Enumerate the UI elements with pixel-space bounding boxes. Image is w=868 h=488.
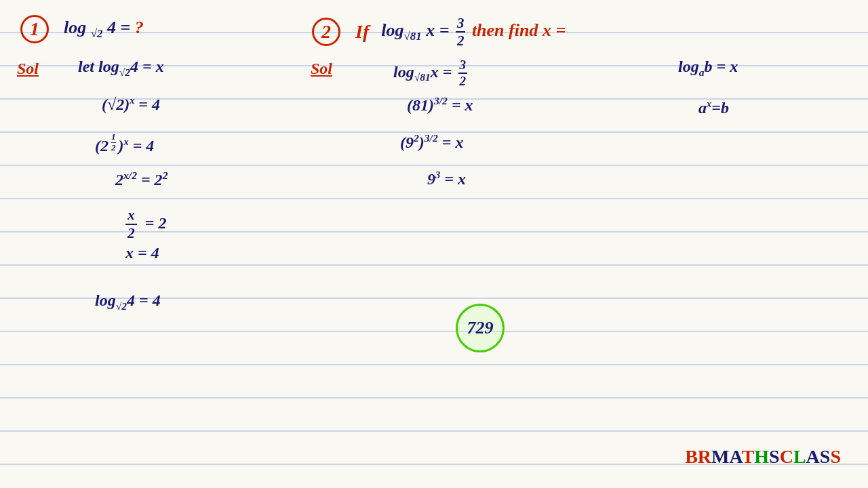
sol1-line3: (2 1 2 )x = 4: [95, 132, 154, 155]
problem1-statement: log √2 4 = ?: [64, 18, 144, 41]
answer-729: 729: [467, 318, 494, 338]
problem1-header: 1 log √2 4 = ?: [20, 15, 144, 43]
main-content: 1 log √2 4 = ? 2 If log√81 x = 3 2 then …: [0, 0, 868, 488]
problem2-header: 2 If log√81 x = 3 2 then find x =: [312, 15, 566, 49]
problem2-if: If: [355, 21, 369, 43]
sol1-line5: x 2 = 2: [125, 207, 166, 242]
sol2-line3: (92)3/2 = x: [400, 132, 463, 152]
reference-logab: logab = x: [678, 58, 738, 79]
sol1-line4: 2x/2 = 22: [115, 169, 167, 189]
sol1-line2: (√2)x = 4: [102, 95, 160, 114]
reference-axb: ax=b: [698, 98, 729, 117]
sol2-line2: (81)3/2 = x: [407, 95, 473, 115]
branding-logo: BRMATHSCLASS: [685, 446, 841, 468]
sol2-line1: log√81x = 3 2: [393, 58, 469, 89]
sol1-final: log√24 = 4: [95, 291, 161, 312]
problem2-number: 2: [312, 18, 340, 46]
sol1-label: Sol: [17, 60, 39, 78]
problem2-statement: log√81 x = 3 2 then find x =: [381, 15, 566, 49]
problem1-number: 1: [20, 15, 49, 43]
green-circle-answer: 729: [456, 304, 505, 352]
sol1-line1: let log√24 = x: [78, 58, 164, 79]
sol1-line6: x = 4: [125, 244, 159, 262]
sol2-label: Sol: [311, 60, 332, 78]
sol2-line4: 93 = x: [427, 169, 466, 188]
